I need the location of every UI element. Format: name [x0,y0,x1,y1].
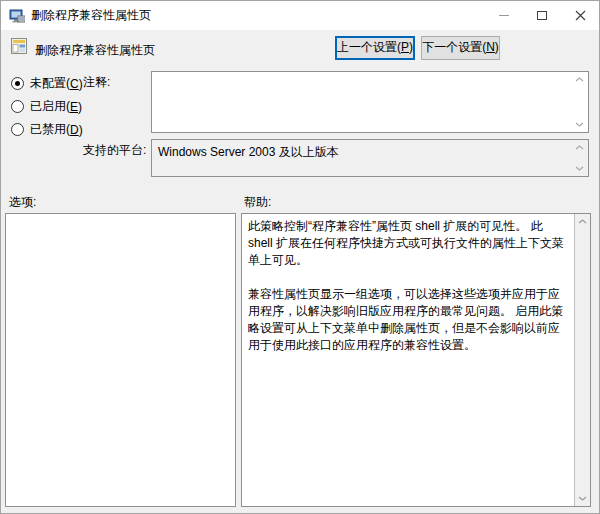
scroll-down-icon[interactable] [578,496,587,501]
scroll-down-icon[interactable] [575,122,584,127]
scroll-up-icon[interactable] [578,219,587,224]
policy-setting-icon [11,38,27,54]
comment-textarea[interactable] [151,71,589,133]
radio-disabled-mnemonic: D [70,123,79,137]
scroll-up-icon[interactable] [575,77,584,82]
minimize-button[interactable] [485,1,523,30]
help-panel: 此策略控制“程序兼容性”属性页 shell 扩展的可见性。 此 shell 扩展… [241,213,591,507]
window-title: 删除程序兼容性属性页 [31,7,151,24]
previous-setting-button[interactable]: 上一个设置(P) [335,36,415,60]
radio-icon [11,100,24,113]
previous-setting-label-end: ) [409,40,413,54]
supported-on-label: 支持的平台: [83,142,146,159]
previous-setting-label: 上一个设置( [337,40,401,54]
help-paragraph: 兼容性属性页显示一组选项，可以选择这些选项并应用于应用程序，以解决影响旧版应用程… [248,286,568,354]
radio-enabled-mnemonic: E [70,100,78,114]
radio-icon [11,123,24,136]
radio-disabled[interactable]: 已禁用(D) [11,122,83,137]
supported-on-box: Windows Server 2003 及以上版本 [151,139,589,177]
radio-enabled-label-end: ) [78,100,82,114]
radio-not-configured-label: 未配置( [30,75,70,92]
close-button[interactable] [561,1,599,30]
policy-setting-dialog: 删除程序兼容性属性页 删除程序兼容性属性页 上一个设置(P) 下一个设置(N) … [0,0,600,514]
next-setting-button[interactable]: 下一个设置(N) [421,36,500,60]
options-panel [5,213,236,507]
policy-setting-title: 删除程序兼容性属性页 [35,42,155,59]
next-setting-label-end: ) [495,40,499,54]
help-paragraph: 此策略控制“程序兼容性”属性页 shell 扩展的可见性。 此 shell 扩展… [248,218,568,269]
supported-on-value: Windows Server 2003 及以上版本 [158,145,339,159]
radio-not-configured[interactable]: 未配置(C) [11,76,83,91]
radio-disabled-label-end: ) [79,123,83,137]
radio-icon [11,77,24,90]
next-setting-label: 下一个设置( [422,40,486,54]
help-text: 此策略控制“程序兼容性”属性页 shell 扩展的可见性。 此 shell 扩展… [242,214,574,506]
help-scrollbar[interactable] [574,214,590,506]
maximize-button[interactable] [523,1,561,30]
comment-label: 注释: [83,74,110,91]
options-label: 选项: [9,194,36,211]
previous-setting-mnemonic: P [401,40,409,54]
close-icon [575,10,586,21]
group-policy-icon [9,8,25,24]
radio-enabled-label: 已启用( [30,98,70,115]
titlebar[interactable]: 删除程序兼容性属性页 [1,1,599,30]
radio-disabled-label: 已禁用( [30,121,70,138]
radio-enabled[interactable]: 已启用(E) [11,99,82,114]
caption-controls [485,1,599,30]
scroll-down-icon [575,166,584,171]
radio-not-configured-mnemonic: C [70,77,79,91]
maximize-icon [537,11,547,20]
scroll-up-icon [575,145,584,150]
next-setting-mnemonic: N [486,40,495,54]
help-label: 帮助: [244,194,271,211]
minimize-icon [499,15,509,16]
